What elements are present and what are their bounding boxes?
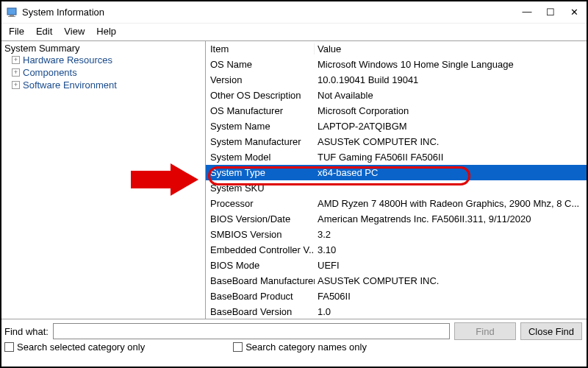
list-cell-value: Not Available [315,90,587,101]
list-cell-item: SMBIOS Version [206,229,315,240]
list-row[interactable]: Embedded Controller V...3.10 [206,242,587,258]
list-cell-value: 1.0 [315,306,587,317]
minimize-button[interactable] [522,7,532,18]
column-header-value[interactable]: Value [315,43,587,54]
list-row[interactable]: System SKU [206,180,587,196]
titlebar: System Information [1,1,587,24]
list-cell-item: OS Name [206,59,315,70]
list-cell-item: Processor [206,198,315,209]
list-cell-value: x64-based PC [315,167,587,178]
list-row[interactable]: System ManufacturerASUSTeK COMPUTER INC. [206,134,587,149]
list-cell-value: 3.2 [315,229,587,240]
column-header-item[interactable]: Item [206,43,315,54]
checkbox-box-icon [4,342,14,352]
close-button[interactable] [569,7,579,18]
list-row[interactable]: System Typex64-based PC [206,165,587,180]
list-row[interactable]: System ModelTUF Gaming FA506II FA506II [206,149,587,165]
category-tree[interactable]: System Summary + Hardware Resources + Co… [1,41,206,319]
list-row[interactable]: BaseBoard ManufacturerASUSTeK COMPUTER I… [206,273,587,289]
svg-rect-1 [10,15,14,16]
list-cell-value: LAPTOP-2ATQIBGM [315,121,587,132]
main-split: System Summary + Hardware Resources + Co… [1,40,587,319]
checkbox-search-category-names[interactable]: Search category names only [233,342,367,353]
list-cell-item: Other OS Description [206,90,315,101]
list-row[interactable]: BIOS Version/DateAmerican Megatrends Inc… [206,211,587,227]
checkbox-search-selected-category[interactable]: Search selected category only [4,342,145,353]
list-cell-value: TUF Gaming FA506II FA506II [315,152,587,163]
list-cell-value: American Megatrends Inc. FA506II.311, 9/… [315,213,587,224]
list-cell-item: System SKU [206,183,315,194]
list-row[interactable]: BIOS ModeUEFI [206,258,587,273]
list-row[interactable]: SMBIOS Version3.2 [206,227,587,242]
list-row[interactable]: OS ManufacturerMicrosoft Corporation [206,103,587,118]
svg-rect-0 [7,8,16,15]
menu-view[interactable]: View [60,25,89,38]
list-cell-item: BIOS Version/Date [206,213,315,224]
list-row[interactable]: Other OS DescriptionNot Available [206,88,587,103]
list-row[interactable]: OS NameMicrosoft Windows 10 Home Single … [206,57,587,72]
list-row[interactable]: BaseBoard Version1.0 [206,304,587,319]
list-cell-value: 3.10 [315,244,587,255]
tree-item-label: Components [23,67,77,78]
expand-icon[interactable]: + [12,81,20,89]
list-cell-value: ASUSTeK COMPUTER INC. [315,275,587,286]
expand-icon[interactable]: + [12,56,20,64]
list-cell-value: FA506II [315,291,587,302]
checkbox-box-icon [233,342,243,352]
list-cell-value: Microsoft Windows 10 Home Single Languag… [315,59,587,70]
tree-item-hardware-resources[interactable]: + Hardware Resources [1,54,205,66]
menu-edit[interactable]: Edit [32,25,57,38]
close-find-button[interactable]: Close Find [520,322,582,340]
window-title: System Information [22,7,522,18]
tree-item-software-environment[interactable]: + Software Environment [1,79,205,91]
app-icon [6,7,18,18]
list-cell-item: BaseBoard Manufacturer [206,275,315,286]
list-cell-value: ASUSTeK COMPUTER INC. [315,136,587,147]
list-cell-item: OS Manufacturer [206,105,315,116]
menu-help[interactable]: Help [92,25,121,38]
tree-item-label: Hardware Resources [23,54,112,66]
list-cell-value: UEFI [315,260,587,271]
expand-icon[interactable]: + [12,68,20,77]
menu-file[interactable]: File [4,25,29,38]
list-row[interactable]: ProcessorAMD Ryzen 7 4800H with Radeon G… [206,196,587,211]
menubar: File Edit View Help [1,24,587,40]
list-row[interactable]: System NameLAPTOP-2ATQIBGM [206,118,587,134]
find-label: Find what: [4,326,49,337]
list-cell-item: Version [206,74,315,85]
list-cell-value: Microsoft Corporation [315,105,587,116]
tree-item-label: Software Environment [23,79,117,91]
list-row[interactable]: Version10.0.19041 Build 19041 [206,72,587,88]
list-cell-item: System Type [206,167,315,178]
checkbox-label: Search category names only [245,342,367,353]
list-header: Item Value [206,41,587,57]
checkbox-label: Search selected category only [17,342,145,353]
list-cell-value: 10.0.19041 Build 19041 [315,74,587,85]
svg-rect-2 [8,16,15,17]
list-cell-item: Embedded Controller V... [206,244,315,255]
list-cell-value: AMD Ryzen 7 4800H with Radeon Graphics, … [315,198,587,209]
find-input[interactable] [53,323,450,339]
list-cell-item: BaseBoard Product [206,291,315,302]
find-bar: Find what: Find Close Find Search select… [1,319,587,360]
maximize-button[interactable] [545,7,556,18]
list-cell-item: BaseBoard Version [206,306,315,317]
list-body: OS NameMicrosoft Windows 10 Home Single … [206,57,587,319]
tree-item-components[interactable]: + Components [1,66,205,79]
tree-root-system-summary[interactable]: System Summary [1,43,205,54]
list-cell-item: System Model [206,152,315,163]
list-row[interactable]: BaseBoard ProductFA506II [206,289,587,304]
list-cell-item: System Name [206,121,315,132]
find-button[interactable]: Find [454,322,516,340]
details-list[interactable]: Item Value OS NameMicrosoft Windows 10 H… [206,41,587,319]
list-cell-item: BIOS Mode [206,260,315,271]
list-cell-item: System Manufacturer [206,136,315,147]
